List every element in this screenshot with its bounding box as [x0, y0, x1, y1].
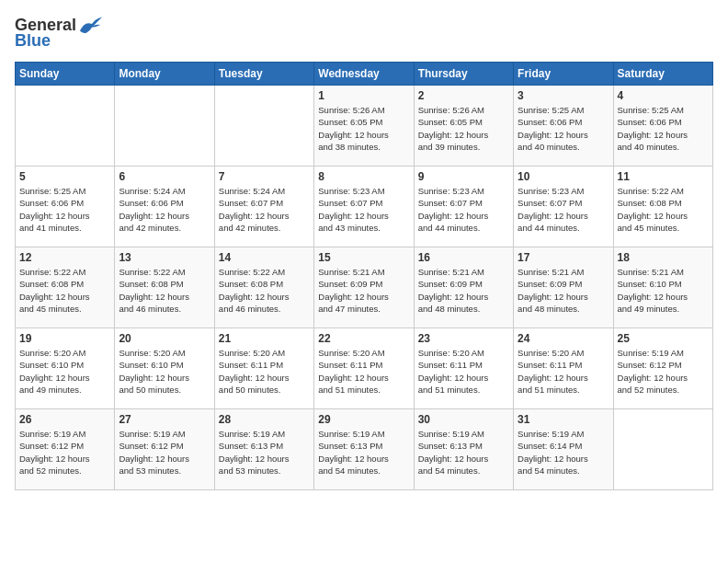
day-info: Sunrise: 5:21 AM Sunset: 6:09 PM Dayligh…: [418, 266, 509, 315]
day-number: 6: [119, 170, 210, 183]
day-info: Sunrise: 5:21 AM Sunset: 6:10 PM Dayligh…: [618, 266, 709, 315]
day-info: Sunrise: 5:19 AM Sunset: 6:14 PM Dayligh…: [518, 428, 609, 477]
calendar-cell: 21Sunrise: 5:20 AM Sunset: 6:11 PM Dayli…: [214, 328, 313, 409]
weekday-header-monday: Monday: [115, 63, 214, 86]
calendar-cell: 30Sunrise: 5:19 AM Sunset: 6:13 PM Dayli…: [414, 409, 513, 490]
weekday-header-tuesday: Tuesday: [214, 63, 313, 86]
day-number: 15: [318, 251, 409, 264]
calendar-cell: 2Sunrise: 5:26 AM Sunset: 6:05 PM Daylig…: [414, 86, 513, 167]
day-info: Sunrise: 5:19 AM Sunset: 6:12 PM Dayligh…: [19, 428, 110, 477]
calendar-cell: 3Sunrise: 5:25 AM Sunset: 6:06 PM Daylig…: [514, 86, 613, 167]
calendar-cell: 9Sunrise: 5:23 AM Sunset: 6:07 PM Daylig…: [414, 167, 513, 247]
calendar-cell: 1Sunrise: 5:26 AM Sunset: 6:05 PM Daylig…: [314, 86, 414, 167]
calendar-cell: 29Sunrise: 5:19 AM Sunset: 6:13 PM Dayli…: [314, 409, 414, 490]
day-info: Sunrise: 5:20 AM Sunset: 6:11 PM Dayligh…: [518, 347, 609, 396]
day-info: Sunrise: 5:22 AM Sunset: 6:08 PM Dayligh…: [19, 266, 110, 315]
day-info: Sunrise: 5:25 AM Sunset: 6:06 PM Dayligh…: [518, 104, 609, 153]
calendar-cell: 19Sunrise: 5:20 AM Sunset: 6:10 PM Dayli…: [16, 328, 115, 409]
day-info: Sunrise: 5:24 AM Sunset: 6:06 PM Dayligh…: [119, 185, 210, 234]
day-info: Sunrise: 5:25 AM Sunset: 6:06 PM Dayligh…: [19, 185, 110, 234]
calendar-cell: [115, 86, 214, 167]
calendar-cell: [214, 86, 313, 167]
calendar-cell: 26Sunrise: 5:19 AM Sunset: 6:12 PM Dayli…: [16, 409, 115, 490]
calendar-cell: 23Sunrise: 5:20 AM Sunset: 6:11 PM Dayli…: [414, 328, 513, 409]
day-number: 5: [19, 170, 110, 183]
day-number: 18: [618, 251, 709, 264]
calendar-cell: 22Sunrise: 5:20 AM Sunset: 6:11 PM Dayli…: [314, 328, 414, 409]
logo-bird-icon: [78, 15, 104, 35]
day-info: Sunrise: 5:20 AM Sunset: 6:11 PM Dayligh…: [318, 347, 409, 396]
calendar-table: SundayMondayTuesdayWednesdayThursdayFrid…: [15, 62, 713, 490]
day-number: 29: [318, 413, 409, 426]
day-info: Sunrise: 5:19 AM Sunset: 6:13 PM Dayligh…: [318, 428, 409, 477]
day-number: 13: [119, 251, 210, 264]
day-info: Sunrise: 5:21 AM Sunset: 6:09 PM Dayligh…: [318, 266, 409, 315]
calendar-cell: 13Sunrise: 5:22 AM Sunset: 6:08 PM Dayli…: [115, 247, 214, 328]
calendar-cell: 31Sunrise: 5:19 AM Sunset: 6:14 PM Dayli…: [514, 409, 613, 490]
page-header: General Blue: [15, 15, 713, 51]
calendar-cell: 15Sunrise: 5:21 AM Sunset: 6:09 PM Dayli…: [314, 247, 414, 328]
weekday-header-friday: Friday: [514, 63, 613, 86]
day-number: 19: [19, 332, 110, 345]
weekday-header-sunday: Sunday: [16, 63, 115, 86]
day-number: 24: [518, 332, 609, 345]
day-number: 12: [19, 251, 110, 264]
weekday-header-thursday: Thursday: [414, 63, 513, 86]
day-info: Sunrise: 5:24 AM Sunset: 6:07 PM Dayligh…: [219, 185, 310, 234]
calendar-cell: 7Sunrise: 5:24 AM Sunset: 6:07 PM Daylig…: [214, 167, 313, 247]
day-number: 21: [219, 332, 310, 345]
day-number: 26: [19, 413, 110, 426]
day-number: 7: [219, 170, 310, 183]
day-info: Sunrise: 5:23 AM Sunset: 6:07 PM Dayligh…: [318, 185, 409, 234]
day-info: Sunrise: 5:20 AM Sunset: 6:11 PM Dayligh…: [418, 347, 509, 396]
weekday-header-saturday: Saturday: [613, 63, 712, 86]
day-info: Sunrise: 5:25 AM Sunset: 6:06 PM Dayligh…: [618, 104, 709, 153]
day-info: Sunrise: 5:22 AM Sunset: 6:08 PM Dayligh…: [219, 266, 310, 315]
day-info: Sunrise: 5:19 AM Sunset: 6:12 PM Dayligh…: [119, 428, 210, 477]
day-info: Sunrise: 5:20 AM Sunset: 6:11 PM Dayligh…: [219, 347, 310, 396]
day-info: Sunrise: 5:22 AM Sunset: 6:08 PM Dayligh…: [119, 266, 210, 315]
day-info: Sunrise: 5:23 AM Sunset: 6:07 PM Dayligh…: [418, 185, 509, 234]
day-number: 4: [618, 89, 709, 102]
day-number: 31: [518, 413, 609, 426]
day-number: 11: [618, 170, 709, 183]
day-number: 2: [418, 89, 509, 102]
day-number: 25: [618, 332, 709, 345]
day-number: 27: [119, 413, 210, 426]
calendar-cell: 17Sunrise: 5:21 AM Sunset: 6:09 PM Dayli…: [514, 247, 613, 328]
calendar-cell: 6Sunrise: 5:24 AM Sunset: 6:06 PM Daylig…: [115, 167, 214, 247]
calendar-cell: 20Sunrise: 5:20 AM Sunset: 6:10 PM Dayli…: [115, 328, 214, 409]
calendar-cell: [613, 409, 712, 490]
logo-blue-text: Blue: [15, 31, 51, 51]
calendar-cell: 11Sunrise: 5:22 AM Sunset: 6:08 PM Dayli…: [613, 167, 712, 247]
logo: General Blue: [15, 15, 104, 51]
day-number: 22: [318, 332, 409, 345]
day-info: Sunrise: 5:26 AM Sunset: 6:05 PM Dayligh…: [318, 104, 409, 153]
day-number: 1: [318, 89, 409, 102]
day-number: 3: [518, 89, 609, 102]
calendar-cell: 8Sunrise: 5:23 AM Sunset: 6:07 PM Daylig…: [314, 167, 414, 247]
day-number: 9: [418, 170, 509, 183]
day-number: 8: [318, 170, 409, 183]
calendar-cell: 5Sunrise: 5:25 AM Sunset: 6:06 PM Daylig…: [16, 167, 115, 247]
day-number: 16: [418, 251, 509, 264]
calendar-cell: [16, 86, 115, 167]
calendar-cell: 28Sunrise: 5:19 AM Sunset: 6:13 PM Dayli…: [214, 409, 313, 490]
day-number: 28: [219, 413, 310, 426]
day-number: 20: [119, 332, 210, 345]
day-info: Sunrise: 5:23 AM Sunset: 6:07 PM Dayligh…: [518, 185, 609, 234]
day-info: Sunrise: 5:20 AM Sunset: 6:10 PM Dayligh…: [19, 347, 110, 396]
calendar-cell: 16Sunrise: 5:21 AM Sunset: 6:09 PM Dayli…: [414, 247, 513, 328]
calendar-cell: 12Sunrise: 5:22 AM Sunset: 6:08 PM Dayli…: [16, 247, 115, 328]
day-info: Sunrise: 5:21 AM Sunset: 6:09 PM Dayligh…: [518, 266, 609, 315]
day-number: 14: [219, 251, 310, 264]
day-number: 10: [518, 170, 609, 183]
day-info: Sunrise: 5:22 AM Sunset: 6:08 PM Dayligh…: [618, 185, 709, 234]
day-number: 17: [518, 251, 609, 264]
calendar-cell: 4Sunrise: 5:25 AM Sunset: 6:06 PM Daylig…: [613, 86, 712, 167]
day-number: 23: [418, 332, 509, 345]
calendar-cell: 10Sunrise: 5:23 AM Sunset: 6:07 PM Dayli…: [514, 167, 613, 247]
day-info: Sunrise: 5:19 AM Sunset: 6:13 PM Dayligh…: [418, 428, 509, 477]
day-info: Sunrise: 5:19 AM Sunset: 6:13 PM Dayligh…: [219, 428, 310, 477]
day-info: Sunrise: 5:26 AM Sunset: 6:05 PM Dayligh…: [418, 104, 509, 153]
